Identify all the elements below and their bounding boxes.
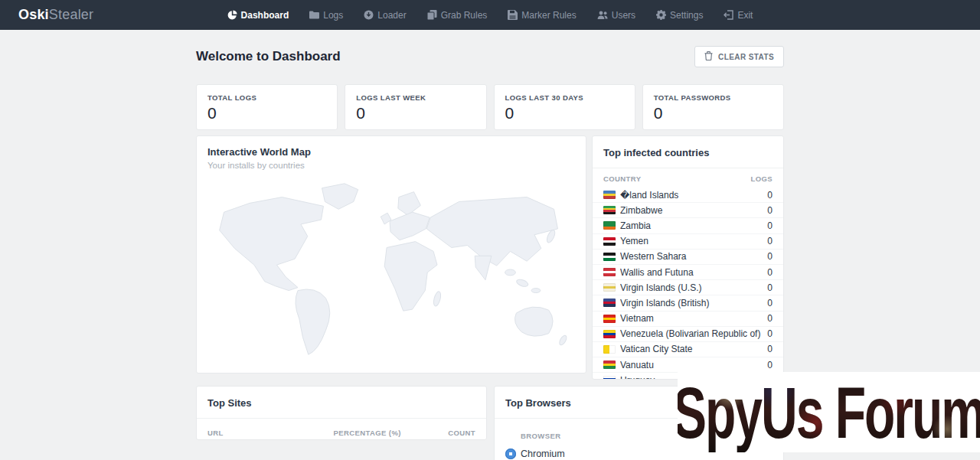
- countries-panel-title: Top infected countries: [603, 147, 773, 158]
- table-row: Vanuatu0: [593, 357, 783, 372]
- country-name: Vietnam: [620, 313, 767, 324]
- logout-icon: [724, 10, 733, 20]
- sites-panel-title: Top Sites: [207, 397, 475, 409]
- nav-label: Grab Rules: [441, 10, 488, 21]
- table-row: Virgin Islands (U.S.)0: [593, 279, 783, 295]
- top-sites-panel: Top Sites URL PERCENTAGE (%) COUNT: [196, 386, 487, 440]
- country-flag-icon: [603, 206, 616, 214]
- watermark-text: SpyUs Forum: [678, 372, 980, 452]
- country-name: Yemen: [620, 236, 767, 246]
- stat-label: TOTAL PASSWORDS: [654, 93, 773, 102]
- country-flag-icon: [603, 315, 616, 323]
- column-header-count: COUNT: [436, 429, 476, 437]
- country-logs-count: 0: [767, 220, 773, 231]
- table-row: Yemen0: [593, 233, 783, 249]
- table-row: Wallis and Futuna0: [593, 264, 783, 279]
- column-header-browser: BROWSER: [521, 432, 560, 440]
- nav-item-grab-rules[interactable]: Grab Rules: [427, 10, 488, 21]
- column-header-country: COUNTRY: [603, 175, 641, 183]
- country-flag-icon: [603, 345, 616, 354]
- brand-bold: Oski: [18, 7, 49, 22]
- stat-value: 0: [356, 104, 475, 122]
- country-logs-count: 0: [767, 282, 773, 293]
- gear-icon: [656, 10, 666, 20]
- stat-card-total-logs: TOTAL LOGS 0: [196, 84, 338, 130]
- table-row: Zambia0: [593, 217, 783, 233]
- country-logs-count: 0: [767, 344, 773, 354]
- country-name: Wallis and Futuna: [620, 267, 767, 278]
- country-flag-icon: [603, 253, 616, 261]
- nav-label: Exit: [737, 10, 753, 21]
- country-logs-count: 0: [767, 190, 773, 201]
- table-row: Western Sahara0: [593, 249, 783, 264]
- country-logs-count: 0: [767, 205, 773, 216]
- country-name: �land Islands: [620, 190, 767, 201]
- nav-label: Logs: [323, 10, 343, 21]
- nav-label: Marker Rules: [521, 10, 576, 21]
- stat-value: 0: [505, 104, 624, 122]
- column-header-logs: LOGS: [750, 175, 773, 183]
- users-icon: [597, 10, 608, 20]
- save-icon: [508, 10, 518, 20]
- country-name: Zimbabwe: [620, 205, 767, 216]
- nav-item-users[interactable]: Users: [597, 10, 635, 21]
- stat-label: LOGS LAST WEEK: [356, 93, 475, 102]
- clear-stats-button[interactable]: CLEAR STATS: [694, 46, 784, 67]
- chromium-icon: [505, 449, 516, 459]
- top-infected-countries-panel: Top infected countries COUNTRY LOGS �lan…: [592, 135, 784, 380]
- country-flag-icon: [603, 221, 616, 230]
- nav-item-logs[interactable]: Logs: [309, 10, 343, 21]
- country-name: Vanuatu: [620, 360, 767, 370]
- trash-icon: [704, 51, 713, 62]
- brand-logo[interactable]: OskiStealer: [18, 7, 93, 23]
- country-flag-icon: [603, 299, 616, 307]
- pie-chart-icon: [227, 10, 237, 20]
- country-logs-count: 0: [767, 360, 773, 370]
- world-map[interactable]: [207, 176, 575, 367]
- nav-label: Users: [612, 10, 635, 21]
- stat-card-logs-last-30-days: LOGS LAST 30 DAYS 0: [494, 84, 635, 130]
- map-panel-title: Interactive World Map: [207, 146, 575, 158]
- country-logs-count: 0: [767, 298, 773, 308]
- nav-label: Dashboard: [241, 10, 289, 21]
- countries-table-header: COUNTRY LOGS: [593, 168, 783, 188]
- folder-icon: [309, 10, 319, 20]
- country-name: Western Sahara: [620, 251, 767, 262]
- sites-table-header: URL PERCENTAGE (%) COUNT: [197, 419, 486, 440]
- nav-item-loader[interactable]: Loader: [364, 10, 406, 21]
- country-logs-count: 0: [767, 267, 773, 278]
- page-title: Welcome to Dashboard: [196, 49, 341, 64]
- copy-icon: [427, 10, 437, 20]
- country-flag-icon: [603, 330, 616, 338]
- country-name: Venezuela (Bolivarian Republic of): [620, 328, 767, 339]
- browser-name: Chromium: [521, 449, 565, 459]
- stat-card-logs-last-week: LOGS LAST WEEK 0: [345, 84, 486, 130]
- table-row: Vatican City State0: [593, 341, 783, 357]
- stats-row: TOTAL LOGS 0 LOGS LAST WEEK 0 LOGS LAST …: [196, 84, 784, 130]
- nav-item-settings[interactable]: Settings: [656, 10, 703, 21]
- stat-card-total-passwords: TOTAL PASSWORDS 0: [642, 84, 784, 130]
- spyus-forum-watermark: SpyUs Forum: [678, 372, 980, 452]
- column-header-percentage: PERCENTAGE (%): [334, 429, 436, 437]
- stat-value: 0: [207, 104, 326, 122]
- country-logs-count: 0: [767, 251, 773, 262]
- country-name: Virgin Islands (U.S.): [620, 282, 767, 293]
- table-row: Virgin Islands (British)0: [593, 295, 783, 310]
- nav-item-exit[interactable]: Exit: [724, 10, 753, 21]
- country-flag-icon: [603, 360, 616, 369]
- dashboard-page: OskiStealer Dashboard Logs Loader Grab R…: [0, 0, 980, 460]
- table-row: Venezuela (Bolivarian Republic of)0: [593, 326, 783, 341]
- country-flag-icon: [603, 191, 616, 199]
- country-flag-icon: [603, 283, 616, 292]
- top-navbar: OskiStealer Dashboard Logs Loader Grab R…: [0, 0, 980, 30]
- nav-item-marker-rules[interactable]: Marker Rules: [508, 10, 576, 21]
- nav-item-dashboard[interactable]: Dashboard: [227, 10, 289, 21]
- country-flag-icon: [603, 376, 616, 380]
- map-panel-subtitle: Your installs by countries: [207, 161, 575, 170]
- country-name: Vatican City State: [620, 344, 767, 354]
- countries-table-body: �land Islands0Zimbabwe0Zambia0Yemen0West…: [593, 188, 783, 380]
- stat-label: TOTAL LOGS: [207, 93, 326, 102]
- country-name: Zambia: [620, 220, 767, 231]
- brand-light: Stealer: [49, 7, 93, 22]
- country-logs-count: 0: [767, 328, 773, 339]
